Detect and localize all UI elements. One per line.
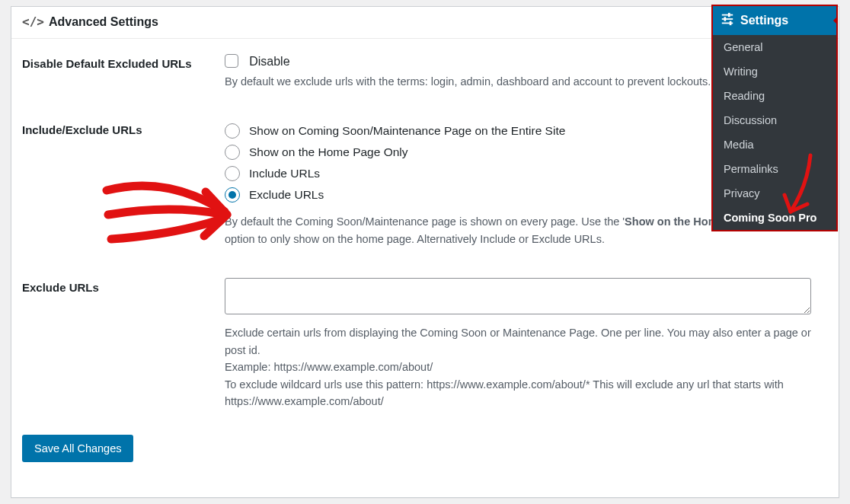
flyout-item-permalinks[interactable]: Permalinks xyxy=(713,157,836,181)
sliders-icon xyxy=(721,12,734,29)
flyout-title: Settings xyxy=(740,14,788,27)
wp-settings-flyout: Settings GeneralWritingReadingDiscussion… xyxy=(711,5,838,231)
svg-rect-5 xyxy=(730,21,732,25)
disable-checkbox-wrap[interactable]: Disable xyxy=(225,55,290,68)
flyout-item-media[interactable]: Media xyxy=(713,132,836,157)
exclude-help-1: Exclude certain urls from displaying the… xyxy=(225,324,816,359)
exclude-urls-textarea[interactable] xyxy=(225,278,811,314)
svg-rect-0 xyxy=(722,14,733,16)
code-icon: </> xyxy=(22,14,44,29)
row-include-exclude-label: Include/Exclude URLs xyxy=(11,105,225,263)
svg-rect-3 xyxy=(728,13,730,17)
radio-label: Show on the Home Page Only xyxy=(249,145,408,159)
row-exclude-urls-label: Exclude URLs xyxy=(11,263,225,425)
flyout-item-coming-soon-pro[interactable]: Coming Soon Pro xyxy=(713,206,836,230)
radio-button[interactable] xyxy=(225,145,240,160)
svg-rect-1 xyxy=(722,18,733,20)
disable-checkbox[interactable] xyxy=(225,54,238,68)
flyout-item-reading[interactable]: Reading xyxy=(713,84,836,108)
desc-pre: By default the Coming Soon/Maintenance p… xyxy=(225,215,625,228)
exclude-help-2: Example: https://www.example.com/about/ xyxy=(225,359,816,375)
radio-label: Include URLs xyxy=(249,167,320,180)
flyout-item-general[interactable]: General xyxy=(713,35,836,59)
flyout-item-discussion[interactable]: Discussion xyxy=(713,108,836,132)
radio-button[interactable] xyxy=(225,166,240,181)
svg-rect-4 xyxy=(724,17,727,21)
flyout-item-writing[interactable]: Writing xyxy=(713,59,836,84)
flyout-header[interactable]: Settings xyxy=(713,6,836,35)
radio-button[interactable] xyxy=(225,123,240,139)
radio-label: Show on Coming Soon/Maintenance Page on … xyxy=(249,124,565,138)
radio-label: Exclude URLs xyxy=(249,188,324,202)
radio-button[interactable] xyxy=(225,187,240,203)
row-disable-label: Disable Default Excluded URLs xyxy=(11,39,225,105)
flyout-item-privacy[interactable]: Privacy xyxy=(713,181,836,206)
save-button[interactable]: Save All Changes xyxy=(22,435,133,462)
disable-checkbox-label: Disable xyxy=(249,55,289,68)
exclude-help-3: To exclude wildcard urls use this patter… xyxy=(225,376,816,410)
panel-title: Advanced Settings xyxy=(49,15,158,29)
